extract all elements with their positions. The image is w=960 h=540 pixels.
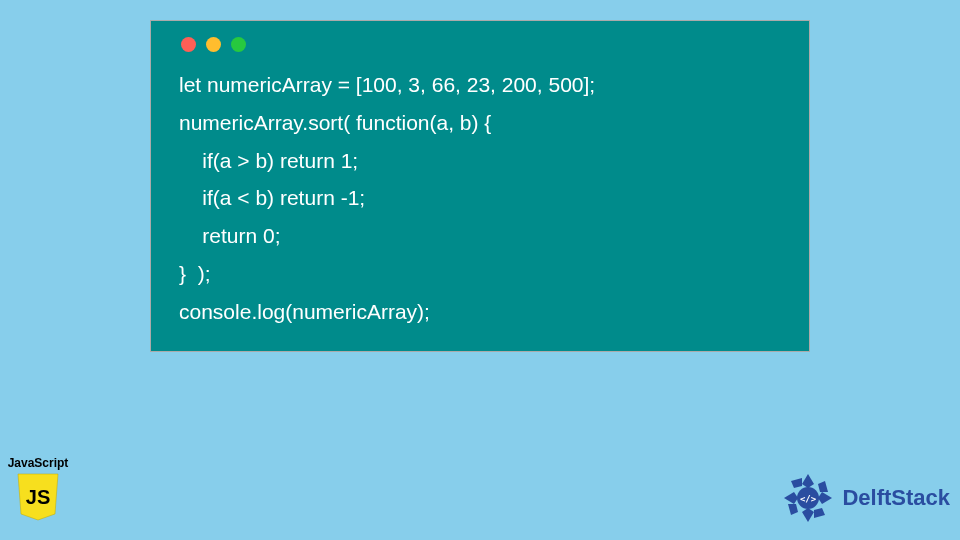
js-logo-text: JS [26,486,50,508]
svg-text:</>: </> [800,494,817,504]
code-line: if(a > b) return 1; [179,149,358,172]
traffic-lights [181,37,781,52]
javascript-label: JavaScript [6,456,70,470]
minimize-dot-icon [206,37,221,52]
code-line: console.log(numericArray); [179,300,430,323]
javascript-badge: JavaScript JS [6,456,70,522]
code-line: } ); [179,262,211,285]
delftstack-logo-icon: </> [780,470,836,526]
code-line: numericArray.sort( function(a, b) { [179,111,491,134]
javascript-shield-icon: JS [16,472,60,522]
code-line: if(a < b) return -1; [179,186,365,209]
code-window: let numericArray = [100, 3, 66, 23, 200,… [150,20,810,352]
code-block: let numericArray = [100, 3, 66, 23, 200,… [179,66,781,331]
close-dot-icon [181,37,196,52]
code-line: let numericArray = [100, 3, 66, 23, 200,… [179,73,595,96]
delftstack-name: DelftStack [842,485,950,511]
delftstack-brand: </> DelftStack [780,470,950,526]
maximize-dot-icon [231,37,246,52]
code-line: return 0; [179,224,281,247]
